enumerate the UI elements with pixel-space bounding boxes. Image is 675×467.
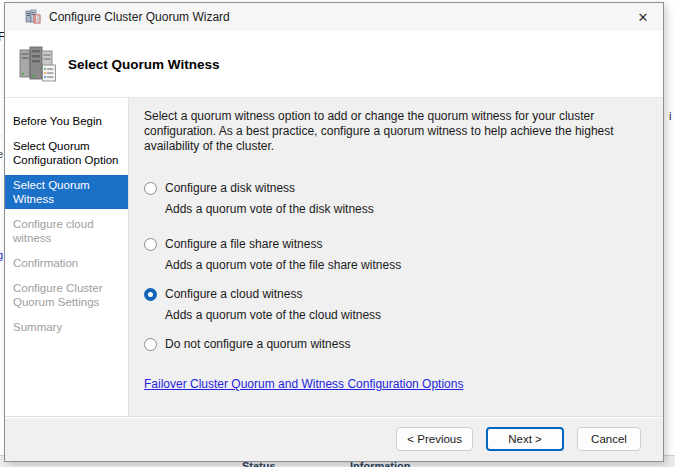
option-file-share-witness: Configure a file share witness Adds a qu… (144, 237, 645, 272)
option-row: Configure a file share witness (144, 237, 645, 251)
wizard-button-bar: < Previous Next > Cancel (5, 416, 663, 461)
sidebar-item-before-you-begin: Before You Begin (5, 111, 128, 131)
page-title: Select Quorum Witness (68, 57, 219, 72)
radio-label[interactable]: Do not configure a quorum witness (165, 337, 350, 351)
wizard-content-pane: Select a quorum witness option to add or… (129, 98, 663, 416)
option-row: Configure a cloud witness (144, 287, 645, 301)
close-icon[interactable]: ✕ (623, 3, 663, 31)
background-link-fragment: g (0, 249, 3, 261)
background-text-fragment: e (0, 148, 3, 160)
option-row: Configure a disk witness (144, 181, 645, 195)
sidebar-item-summary: Summary (5, 317, 128, 337)
option-disk-witness: Configure a disk witness Adds a quorum v… (144, 181, 645, 216)
title-bar: Configure Cluster Quorum Wizard ✕ (5, 3, 663, 31)
window-title: Configure Cluster Quorum Wizard (49, 10, 230, 24)
radio-sublabel: Adds a quorum vote of the cloud witness (165, 308, 645, 322)
option-cloud-witness: Configure a cloud witness Adds a quorum … (144, 287, 645, 322)
wizard-body: Before You Begin Select Quorum Configura… (5, 98, 663, 416)
background-text-fragment: i (669, 110, 671, 122)
step-description: Select a quorum witness option to add or… (144, 109, 645, 154)
configure-cluster-quorum-wizard-dialog: Configure Cluster Quorum Wizard ✕ Select… (4, 2, 664, 462)
sidebar-item-select-quorum-configuration-option: Select Quorum Configuration Option (5, 136, 128, 170)
sidebar-item-configure-cloud-witness: Configure cloud witness (5, 214, 128, 248)
radio-disk-witness[interactable] (144, 182, 157, 195)
wizard-steps-sidebar: Before You Begin Select Quorum Configura… (5, 98, 129, 416)
radio-cloud-witness[interactable] (144, 288, 157, 301)
radio-label[interactable]: Configure a disk witness (165, 181, 295, 195)
option-no-quorum-witness: Do not configure a quorum witness (144, 337, 645, 351)
sidebar-item-confirmation: Confirmation (5, 253, 128, 273)
cancel-button[interactable]: Cancel (577, 427, 641, 451)
sidebar-item-configure-cluster-quorum-settings: Configure Cluster Quorum Settings (5, 278, 128, 312)
wizard-window-icon (25, 9, 41, 25)
radio-file-share-witness[interactable] (144, 238, 157, 251)
radio-no-quorum-witness[interactable] (144, 338, 157, 351)
wizard-step-header: Select Quorum Witness (5, 31, 663, 98)
quorum-configuration-options-link[interactable]: Failover Cluster Quorum and Witness Conf… (144, 377, 463, 391)
radio-sublabel: Adds a quorum vote of the file share wit… (165, 258, 645, 272)
radio-label[interactable]: Configure a file share witness (165, 237, 322, 251)
previous-button[interactable]: < Previous (396, 427, 473, 451)
sidebar-item-select-quorum-witness: Select Quorum Witness (5, 175, 128, 209)
next-button[interactable]: Next > (486, 427, 564, 451)
cluster-servers-icon (18, 45, 58, 83)
option-row: Do not configure a quorum witness (144, 337, 645, 351)
radio-sublabel: Adds a quorum vote of the disk witness (165, 202, 645, 216)
radio-label[interactable]: Configure a cloud witness (165, 287, 302, 301)
